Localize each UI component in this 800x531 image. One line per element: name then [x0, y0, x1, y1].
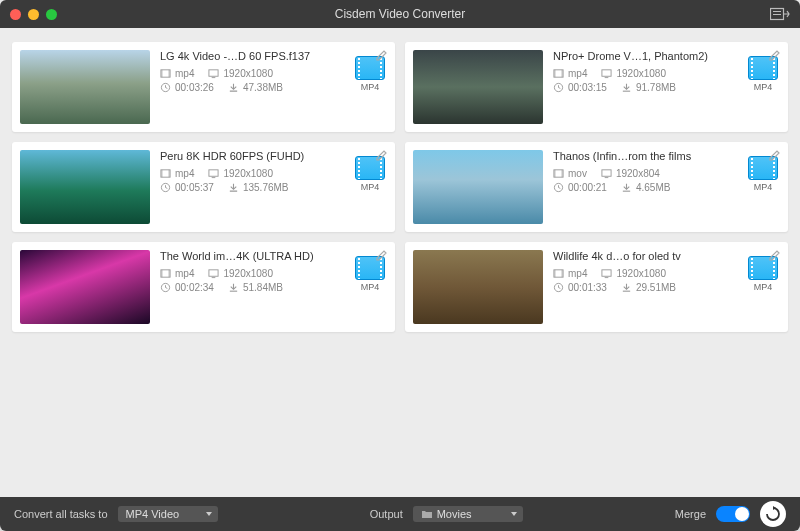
- video-info: LG 4k Video -…D 60 FPS.f137mp41920x10800…: [160, 50, 345, 96]
- video-title: Thanos (Infin…rom the films: [553, 150, 738, 162]
- svg-rect-17: [168, 170, 170, 177]
- video-info: Thanos (Infin…rom the filmsmov1920x80400…: [553, 150, 738, 196]
- start-convert-button[interactable]: [760, 501, 786, 527]
- close-button[interactable]: [10, 9, 21, 20]
- video-resolution: 1920x1080: [208, 268, 273, 279]
- svg-rect-30: [209, 270, 218, 276]
- output-label: Output: [370, 508, 403, 520]
- titlebar: Cisdem Video Converter: [0, 0, 800, 28]
- convert-format-select[interactable]: MP4 Video: [118, 506, 218, 522]
- svg-rect-19: [212, 177, 216, 178]
- video-duration: 00:00:21: [553, 182, 607, 193]
- video-format: mp4: [160, 68, 194, 79]
- bottombar: Convert all tasks to MP4 Video Output Mo…: [0, 497, 800, 531]
- edit-button[interactable]: [375, 248, 389, 266]
- svg-rect-12: [602, 70, 611, 76]
- video-format: mp4: [160, 168, 194, 179]
- video-card[interactable]: Peru 8K HDR 60FPS (FUHD)mp41920x108000:0…: [12, 142, 395, 232]
- merge-label: Merge: [675, 508, 706, 520]
- video-info: Wildlife 4k d…o for oled tvmp41920x10800…: [553, 250, 738, 296]
- svg-rect-34: [554, 270, 556, 277]
- svg-rect-23: [561, 170, 563, 177]
- svg-rect-11: [561, 70, 563, 77]
- svg-rect-24: [602, 170, 611, 176]
- video-resolution: 1920x1080: [601, 268, 666, 279]
- svg-rect-4: [161, 70, 163, 77]
- titlebar-action-icon[interactable]: [770, 6, 790, 22]
- convert-all-label: Convert all tasks to: [14, 508, 108, 520]
- video-duration: 00:03:15: [553, 82, 607, 93]
- video-card[interactable]: Thanos (Infin…rom the filmsmov1920x80400…: [405, 142, 788, 232]
- video-list: LG 4k Video -…D 60 FPS.f137mp41920x10800…: [0, 28, 800, 497]
- video-info: NPro+ Drome V…1, Phantom2)mp41920x108000…: [553, 50, 738, 96]
- video-resolution: 1920x1080: [601, 68, 666, 79]
- video-format: mp4: [160, 268, 194, 279]
- svg-rect-37: [605, 277, 609, 278]
- edit-button[interactable]: [375, 48, 389, 66]
- video-duration: 00:03:26: [160, 82, 214, 93]
- svg-rect-10: [554, 70, 556, 77]
- svg-rect-13: [605, 77, 609, 78]
- video-title: The World im…4K (ULTRA HD): [160, 250, 345, 262]
- app-window: Cisdem Video Converter LG 4k Video -…D 6…: [0, 0, 800, 531]
- edit-button[interactable]: [768, 148, 782, 166]
- svg-rect-7: [212, 77, 216, 78]
- video-size: 29.51MB: [621, 282, 676, 293]
- video-size: 91.78MB: [621, 82, 676, 93]
- svg-rect-31: [212, 277, 216, 278]
- target-format-label: MP4: [361, 82, 380, 92]
- minimize-button[interactable]: [28, 9, 39, 20]
- maximize-button[interactable]: [46, 9, 57, 20]
- video-thumbnail[interactable]: [413, 250, 543, 324]
- video-duration: 00:05:37: [160, 182, 214, 193]
- video-title: Wildlife 4k d…o for oled tv: [553, 250, 738, 262]
- video-duration: 00:02:34: [160, 282, 214, 293]
- svg-rect-2: [773, 14, 781, 15]
- video-thumbnail[interactable]: [20, 150, 150, 224]
- svg-rect-29: [168, 270, 170, 277]
- svg-rect-1: [773, 11, 781, 12]
- video-title: NPro+ Drome V…1, Phantom2): [553, 50, 738, 62]
- target-format-label: MP4: [754, 282, 773, 292]
- video-format: mp4: [553, 68, 587, 79]
- video-card[interactable]: Wildlife 4k d…o for oled tvmp41920x10800…: [405, 242, 788, 332]
- video-resolution: 1920x1080: [208, 68, 273, 79]
- video-format: mp4: [553, 268, 587, 279]
- video-card[interactable]: The World im…4K (ULTRA HD)mp41920x108000…: [12, 242, 395, 332]
- svg-rect-36: [602, 270, 611, 276]
- edit-button[interactable]: [768, 48, 782, 66]
- video-thumbnail[interactable]: [413, 50, 543, 124]
- svg-rect-16: [161, 170, 163, 177]
- video-info: The World im…4K (ULTRA HD)mp41920x108000…: [160, 250, 345, 296]
- video-thumbnail[interactable]: [413, 150, 543, 224]
- svg-rect-18: [209, 170, 218, 176]
- merge-toggle[interactable]: [716, 506, 750, 522]
- svg-rect-6: [209, 70, 218, 76]
- video-format: mov: [553, 168, 587, 179]
- video-duration: 00:01:33: [553, 282, 607, 293]
- svg-rect-22: [554, 170, 556, 177]
- video-title: LG 4k Video -…D 60 FPS.f137: [160, 50, 345, 62]
- target-format-label: MP4: [361, 182, 380, 192]
- video-resolution: 1920x1080: [208, 168, 273, 179]
- video-card[interactable]: LG 4k Video -…D 60 FPS.f137mp41920x10800…: [12, 42, 395, 132]
- video-size: 4.65MB: [621, 182, 670, 193]
- video-title: Peru 8K HDR 60FPS (FUHD): [160, 150, 345, 162]
- video-info: Peru 8K HDR 60FPS (FUHD)mp41920x108000:0…: [160, 150, 345, 196]
- svg-rect-25: [605, 177, 609, 178]
- video-thumbnail[interactable]: [20, 250, 150, 324]
- window-controls: [10, 9, 57, 20]
- video-thumbnail[interactable]: [20, 50, 150, 124]
- svg-rect-28: [161, 270, 163, 277]
- video-size: 47.38MB: [228, 82, 283, 93]
- video-card[interactable]: NPro+ Drome V…1, Phantom2)mp41920x108000…: [405, 42, 788, 132]
- target-format-label: MP4: [754, 82, 773, 92]
- video-size: 51.84MB: [228, 282, 283, 293]
- svg-rect-5: [168, 70, 170, 77]
- edit-button[interactable]: [375, 148, 389, 166]
- convert-format-value: MP4 Video: [126, 508, 180, 520]
- target-format-label: MP4: [361, 282, 380, 292]
- edit-button[interactable]: [768, 248, 782, 266]
- output-folder-select[interactable]: Movies: [413, 506, 523, 522]
- svg-rect-35: [561, 270, 563, 277]
